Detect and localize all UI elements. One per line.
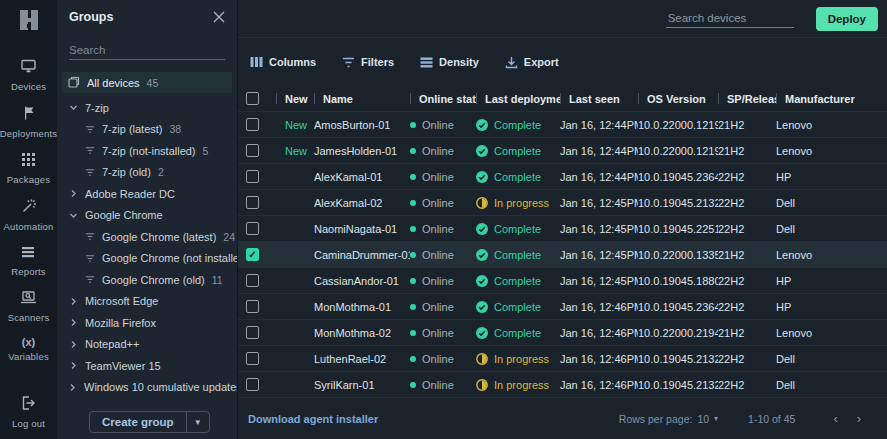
row-checkbox[interactable] <box>246 170 259 183</box>
chevron-right-icon <box>68 297 78 306</box>
close-icon[interactable] <box>213 11 225 23</box>
group-item-google-chrome[interactable]: Google Chrome <box>57 205 237 227</box>
row-checkbox[interactable] <box>246 196 259 209</box>
group-item-7zip[interactable]: 7-zip <box>57 97 237 119</box>
app-window: Devices Deployments Packages <box>0 0 887 439</box>
next-page-button[interactable]: › <box>849 411 869 426</box>
table-row[interactable]: SyrilKarn-01 Online In progress Jan 16, … <box>238 372 887 398</box>
row-checkbox[interactable] <box>246 222 259 235</box>
group-item-microsoft-edge[interactable]: Microsoft Edge <box>57 291 237 313</box>
chevron-right-icon <box>68 340 78 349</box>
online-status: Online <box>410 353 476 365</box>
groups-list: All devices 45 7-zip 7-zip (latest) 38 7… <box>57 70 237 407</box>
table-row[interactable]: AlexKamal-01 Online Complete Jan 16, 12:… <box>238 164 887 190</box>
create-group-split-button: Create group ▾ <box>89 411 210 433</box>
last-seen: Jan 16, 12:44PM <box>560 145 638 157</box>
row-checkbox[interactable] <box>246 144 259 157</box>
group-item-adobe-reader[interactable]: Adobe Reader DC <box>57 183 237 205</box>
manufacturer: Dell <box>776 353 887 365</box>
sidebar-item-packages[interactable]: Packages <box>7 152 50 185</box>
groups-search-input[interactable] <box>69 41 225 60</box>
row-checkbox[interactable] <box>246 274 259 287</box>
table-row[interactable]: New AmosBurton-01 Online Complete Jan 16… <box>238 112 887 138</box>
header-new[interactable]: New <box>276 93 314 105</box>
filter-icon <box>85 254 95 263</box>
sidebar-item-label: Devices <box>11 81 46 92</box>
icon-rail: Devices Deployments Packages <box>0 0 57 439</box>
os-version: 10.0.22000.1335 <box>638 249 718 261</box>
header-last-deployment[interactable]: Last deployment <box>476 93 560 105</box>
manufacturer: HP <box>776 301 887 313</box>
filter-icon <box>85 125 95 134</box>
group-item-chrome-latest[interactable]: Google Chrome (latest) 24 <box>57 226 237 248</box>
header-name[interactable]: Name <box>314 93 410 105</box>
header-sp-release[interactable]: SP/Release <box>718 93 776 105</box>
table-row[interactable]: NaomiNagata-01 Online Complete Jan 16, 1… <box>238 216 887 242</box>
table-row[interactable]: New JamesHolden-01 Online Complete Jan 1… <box>238 138 887 164</box>
table-row[interactable]: CaminaDrummer-01 Online Complete Jan 16,… <box>238 242 887 268</box>
filters-button[interactable]: Filters <box>342 56 394 68</box>
density-button[interactable]: Density <box>420 56 479 68</box>
table-row[interactable]: CassianAndor-01 Online Complete Jan 16, … <box>238 268 887 294</box>
rows-per-page-select[interactable]: Rows per page: 10 ▾ <box>619 413 718 425</box>
complete-icon <box>476 301 488 313</box>
group-item-7zip-notinstalled[interactable]: 7-zip (not-installed) 5 <box>57 140 237 162</box>
header-os-version[interactable]: OS Version <box>638 93 718 105</box>
select-all-checkbox[interactable] <box>246 92 259 105</box>
group-item-win10-updates[interactable]: Windows 10 cumulative updates <box>57 377 237 399</box>
sp-release: 22H2 <box>718 353 776 365</box>
prev-page-button[interactable]: ‹ <box>825 411 845 426</box>
row-checkbox[interactable] <box>246 300 259 313</box>
deployment-status: Complete <box>476 249 560 261</box>
complete-icon <box>476 145 488 157</box>
sidebar-item-automation[interactable]: Automation <box>3 198 53 232</box>
sidebar-item-label: Deployments <box>0 128 57 139</box>
sidebar-item-deployments[interactable]: Deployments <box>0 105 57 139</box>
table-row[interactable]: MonMothma-02 Online Complete Jan 16, 12:… <box>238 320 887 346</box>
deployment-status: Complete <box>476 275 560 287</box>
sidebar-item-scanners[interactable]: Scanners <box>8 290 50 323</box>
export-button[interactable]: Export <box>505 56 559 69</box>
deployment-status: Complete <box>476 119 560 131</box>
row-checkbox[interactable] <box>246 352 259 365</box>
search-devices-input[interactable] <box>666 9 794 28</box>
grid-icon <box>21 152 36 171</box>
row-checkbox[interactable] <box>246 326 259 339</box>
rows-per-page-label: Rows per page: <box>619 413 693 425</box>
table-row[interactable]: AlexKamal-02 Online In progress Jan 16, … <box>238 190 887 216</box>
deploy-button[interactable]: Deploy <box>816 7 878 31</box>
app-logo-icon[interactable] <box>17 8 41 36</box>
group-item-7zip-old[interactable]: 7-zip (old) 2 <box>57 162 237 184</box>
row-checkbox[interactable] <box>246 248 259 261</box>
create-group-caret-button[interactable]: ▾ <box>186 412 210 432</box>
device-name: LuthenRael-02 <box>314 353 410 365</box>
create-group-button[interactable]: Create group <box>90 412 186 432</box>
group-item-all-devices[interactable]: All devices 45 <box>62 72 232 93</box>
os-version: 10.0.19045.2364 <box>638 301 718 313</box>
group-item-chrome-old[interactable]: Google Chrome (old) 11 <box>57 269 237 291</box>
group-item-7zip-latest[interactable]: 7-zip (latest) 38 <box>57 119 237 141</box>
columns-button[interactable]: Columns <box>250 56 316 68</box>
sidebar-item-devices[interactable]: Devices <box>11 58 46 92</box>
sp-release: 22H2 <box>718 197 776 209</box>
group-item-notepad[interactable]: Notepad++ <box>57 334 237 356</box>
header-online-status[interactable]: Online status <box>410 93 476 105</box>
row-checkbox[interactable] <box>246 118 259 131</box>
online-dot-icon <box>410 226 416 232</box>
last-seen: Jan 16, 12:46PM <box>560 301 638 313</box>
table-row[interactable]: MonMothma-01 Online Complete Jan 16, 12:… <box>238 294 887 320</box>
header-manufacturer[interactable]: Manufacturer <box>776 93 887 105</box>
sidebar-item-reports[interactable]: Reports <box>11 245 46 277</box>
online-status: Online <box>410 301 476 313</box>
logout-button[interactable]: Log out <box>12 395 45 429</box>
row-checkbox[interactable] <box>246 378 259 391</box>
sidebar-item-variables[interactable]: (x) Variables <box>8 336 49 362</box>
group-item-teamviewer[interactable]: TeamViewer 15 <box>57 355 237 377</box>
os-version: 10.0.19045.2132 <box>638 379 718 391</box>
download-agent-installer-link[interactable]: Download agent installer <box>248 413 378 425</box>
complete-icon <box>476 249 488 261</box>
group-item-chrome-notinstalled[interactable]: Google Chrome (not installed) 10 <box>57 248 237 270</box>
group-item-mozilla-firefox[interactable]: Mozilla Firefox <box>57 312 237 334</box>
table-row[interactable]: LuthenRael-02 Online In progress Jan 16,… <box>238 346 887 372</box>
header-last-seen[interactable]: Last seen <box>560 93 638 105</box>
